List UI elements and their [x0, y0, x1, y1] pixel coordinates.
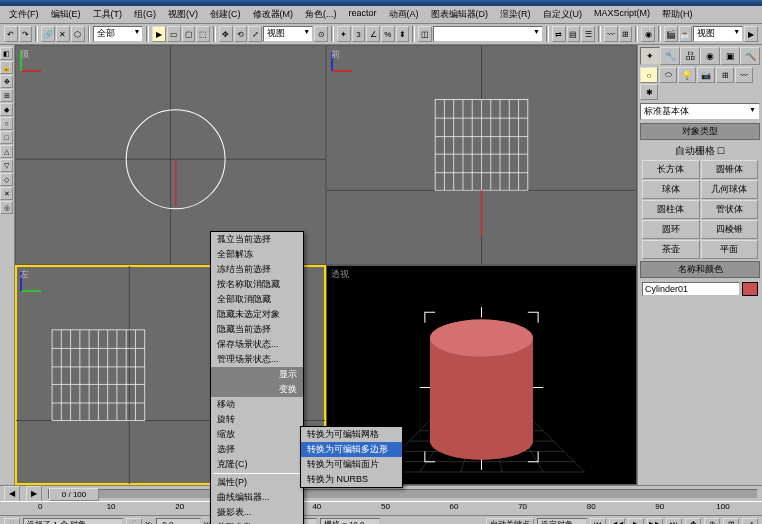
unlink-button[interactable]: ✕	[56, 26, 70, 42]
redo-button[interactable]: ↷	[19, 26, 33, 42]
quick-render-button[interactable]: ☕	[679, 26, 693, 42]
status-lock-button[interactable]: 🔒	[4, 518, 20, 525]
menu-customize[interactable]: 自定义(U)	[538, 7, 588, 22]
ctx-select[interactable]: 选择	[211, 442, 303, 457]
spinner-snap-button[interactable]: ⬍	[396, 26, 410, 42]
ctx-wire-params[interactable]: 关联参数...	[211, 520, 303, 524]
align-button[interactable]: ▤	[567, 26, 581, 42]
menu-help[interactable]: 帮助(H)	[657, 7, 698, 22]
obj-sphere[interactable]: 球体	[642, 180, 700, 199]
tab-hierarchy[interactable]: 品	[680, 47, 700, 65]
tab-motion[interactable]: ◉	[700, 47, 720, 65]
obj-box[interactable]: 长方体	[642, 160, 700, 179]
misc7-button[interactable]: ✕	[0, 187, 13, 200]
render-button[interactable]: ▶	[744, 26, 758, 42]
ctx-curve-editor[interactable]: 曲线编辑器...	[211, 490, 303, 505]
ctx-unhide-all[interactable]: 全部取消隐藏	[211, 292, 303, 307]
obj-teapot[interactable]: 茶壶	[642, 240, 700, 259]
obj-geosphere[interactable]: 几何球体	[701, 180, 759, 199]
menu-group[interactable]: 组(G)	[129, 7, 161, 22]
cat-helpers[interactable]: ⊞	[716, 67, 734, 83]
obj-tube[interactable]: 管状体	[701, 200, 759, 219]
menu-character[interactable]: 角色(...)	[300, 7, 342, 22]
cat-cameras[interactable]: 📷	[697, 67, 715, 83]
cat-systems[interactable]: ✱	[640, 84, 658, 100]
ctx-unhide-name[interactable]: 按名称取消隐藏	[211, 277, 303, 292]
ctx-save-state[interactable]: 保存场景状态...	[211, 337, 303, 352]
menu-maxscript[interactable]: MAXScript(M)	[589, 7, 655, 22]
selection-filter-dropdown[interactable]: 全部	[93, 26, 143, 42]
snap-button[interactable]: 3	[352, 26, 366, 42]
cat-shapes[interactable]: ⬭	[659, 67, 677, 83]
ctx-dope-sheet[interactable]: 摄影表...	[211, 505, 303, 520]
material-button[interactable]: ◉	[641, 26, 655, 42]
tab-display[interactable]: ▣	[720, 47, 740, 65]
cat-spacewarps[interactable]: 〰	[735, 67, 753, 83]
viewport-nav1-button[interactable]: ✥	[685, 518, 701, 525]
ctx-clone[interactable]: 克隆(C)	[211, 457, 303, 472]
render-scene-button[interactable]: 🎬	[664, 26, 678, 42]
rotate-button[interactable]: ⟲	[234, 26, 248, 42]
rollout-name-color[interactable]: 名称和颜色	[640, 261, 760, 278]
ctx-to-mesh[interactable]: 转换为可编辑网格	[301, 427, 402, 442]
ctx-isolate[interactable]: 孤立当前选择	[211, 232, 303, 247]
play-button[interactable]: ▶	[628, 518, 644, 525]
menu-render[interactable]: 渲染(R)	[495, 7, 536, 22]
pivot-button[interactable]: ⊙	[314, 26, 328, 42]
ctx-hide-sel[interactable]: 隐藏当前选择	[211, 322, 303, 337]
select-region-button[interactable]: ▢	[182, 26, 196, 42]
named-sel-button[interactable]: ◫	[418, 26, 432, 42]
misc3-button[interactable]: □	[0, 131, 13, 144]
context-menu-main[interactable]: 孤立当前选择 全部解冻 冻结当前选择 按名称取消隐藏 全部取消隐藏 隐藏未选定对…	[210, 231, 304, 524]
time-slider-track[interactable]: 0 / 100	[48, 489, 758, 499]
menu-view[interactable]: 视图(V)	[163, 7, 203, 22]
obj-pyramid[interactable]: 四棱锥	[701, 220, 759, 239]
obj-cylinder[interactable]: 圆柱体	[642, 200, 700, 219]
object-name-input[interactable]: Cylinder01	[642, 282, 740, 296]
tab-create[interactable]: ✦	[640, 47, 660, 65]
move-button[interactable]: ✥	[219, 26, 233, 42]
cat-lights[interactable]: 💡	[678, 67, 696, 83]
obj-plane[interactable]: 平面	[701, 240, 759, 259]
select-name-button[interactable]: ▭	[167, 26, 181, 42]
autokey-button[interactable]: 自动关键点	[486, 518, 534, 525]
menu-tools[interactable]: 工具(T)	[88, 7, 128, 22]
angle-snap-button[interactable]: ∠	[366, 26, 380, 42]
menu-create[interactable]: 创建(C)	[205, 7, 246, 22]
misc6-button[interactable]: ◇	[0, 173, 13, 186]
viewport-nav4-button[interactable]: ⤢	[742, 518, 758, 525]
undo-button[interactable]: ↶	[4, 26, 18, 42]
ctx-rotate[interactable]: 旋转	[211, 412, 303, 427]
tab-modify[interactable]: 🔧	[660, 47, 680, 65]
prev-frame-button[interactable]: ◀◀	[609, 518, 625, 525]
schematic-button[interactable]: ⊞	[619, 26, 633, 42]
menu-file[interactable]: 文件(F)	[4, 7, 44, 22]
rollout-object-type[interactable]: 对象类型	[640, 123, 760, 140]
curve-editor-button[interactable]: 〰	[604, 26, 618, 42]
misc1-button[interactable]: ◆	[0, 103, 13, 116]
mirror-button[interactable]: ⇄	[552, 26, 566, 42]
key-filter-dropdown[interactable]: 选定对象	[537, 518, 587, 525]
ctx-move[interactable]: 移动	[211, 397, 303, 412]
ctx-properties[interactable]: 属性(P)	[211, 475, 303, 490]
menu-modifier[interactable]: 修改器(M)	[248, 7, 299, 22]
menu-reactor[interactable]: reactor	[344, 7, 382, 22]
ref-coord-dropdown[interactable]: 视图	[263, 26, 313, 42]
menu-edit[interactable]: 编辑(E)	[46, 7, 86, 22]
menu-graph[interactable]: 图表编辑器(D)	[426, 7, 494, 22]
ctx-scale[interactable]: 缩放	[211, 427, 303, 442]
ctx-to-nurbs[interactable]: 转换为 NURBS	[301, 472, 402, 487]
ctx-unfreeze-all[interactable]: 全部解冻	[211, 247, 303, 262]
context-submenu-convert[interactable]: 转换为可编辑网格 转换为可编辑多边形 转换为可编辑面片 转换为 NURBS	[300, 426, 403, 488]
ctx-hide-unsel[interactable]: 隐藏未选定对象	[211, 307, 303, 322]
scale-button[interactable]: ⤢	[248, 26, 262, 42]
ctx-to-patch[interactable]: 转换为可编辑面片	[301, 457, 402, 472]
viewport-nav3-button[interactable]: ⊞	[723, 518, 739, 525]
goto-end-button[interactable]: ⏭	[666, 518, 682, 525]
link-button[interactable]: 🔗	[41, 26, 55, 42]
lock-button[interactable]: 🔒	[0, 61, 13, 74]
obj-cone[interactable]: 圆锥体	[701, 160, 759, 179]
axis-button[interactable]: ✥	[0, 75, 13, 88]
primitive-type-dropdown[interactable]: 标准基本体	[640, 103, 760, 120]
named-sel-dropdown[interactable]	[433, 26, 543, 42]
